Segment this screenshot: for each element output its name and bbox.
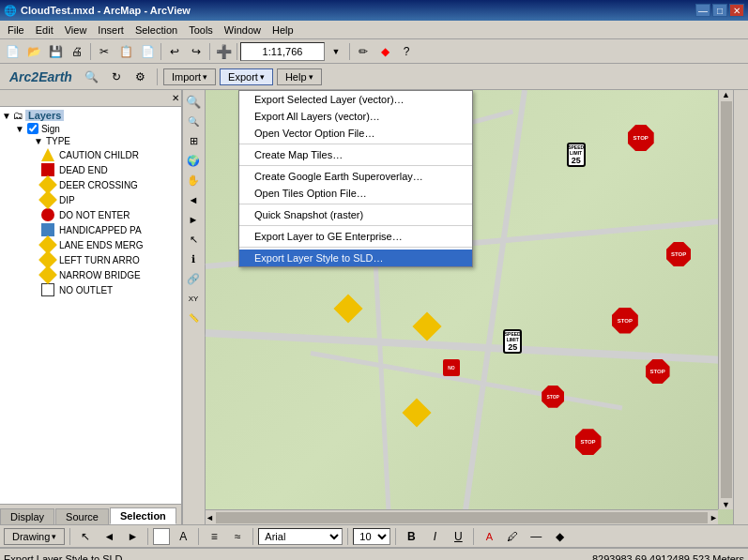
- measure-tool[interactable]: 📏: [184, 309, 203, 327]
- scroll-thumb-v[interactable]: [721, 101, 732, 498]
- italic-button[interactable]: I: [424, 526, 445, 547]
- menu-export-selected-vector[interactable]: Export Selected Layer (vector)…: [239, 91, 472, 108]
- minimize-button[interactable]: —: [695, 4, 710, 17]
- sign-icon-do-not-enter: [41, 208, 54, 221]
- copy-button[interactable]: 📋: [115, 41, 136, 62]
- forward-tool[interactable]: ►: [184, 210, 203, 229]
- menu-tools[interactable]: Tools: [183, 23, 219, 37]
- close-button[interactable]: ✕: [729, 4, 744, 17]
- print-button[interactable]: 🖨: [67, 41, 87, 62]
- redo-button[interactable]: ↪: [186, 41, 206, 62]
- menu-export-all-vector[interactable]: Export All Layers (vector)…: [239, 108, 472, 125]
- menu-quick-snapshot[interactable]: Quick Snapshot (raster): [239, 206, 472, 223]
- editor-button[interactable]: ✏: [353, 41, 374, 62]
- scroll-down-button[interactable]: ▼: [722, 500, 730, 509]
- hyperlink-tool[interactable]: 🔗: [184, 269, 203, 288]
- open-button[interactable]: 📂: [23, 41, 44, 62]
- menu-selection[interactable]: Selection: [130, 23, 183, 37]
- expand-type[interactable]: ▼: [34, 136, 43, 146]
- font-color-button[interactable]: A: [479, 526, 499, 547]
- sign-checkbox[interactable]: [27, 123, 38, 134]
- expand-sign[interactable]: ▼: [15, 124, 24, 134]
- arc2earth-search[interactable]: 🔍: [82, 67, 102, 87]
- pan-tool[interactable]: ✋: [184, 171, 203, 189]
- list-item[interactable]: HANDICAPPED PA: [39, 222, 179, 237]
- import-button[interactable]: Import▾: [163, 68, 216, 85]
- list-item[interactable]: DEER CROSSING: [39, 177, 179, 192]
- map-area[interactable]: 🔍 🔍 ⊞ 🌍 ✋ ◄ ► ↖ ℹ 🔗 XY 📏 STOP STOP STO: [183, 90, 748, 524]
- cut-button[interactable]: ✂: [94, 41, 114, 62]
- zoom-out-tool[interactable]: 🔍: [184, 112, 203, 130]
- menu-help[interactable]: Help: [267, 23, 299, 37]
- save-button[interactable]: 💾: [45, 41, 66, 62]
- select-tool[interactable]: ↖: [184, 230, 203, 249]
- paste-button[interactable]: 📄: [137, 41, 158, 62]
- arc2earth-config[interactable]: ⚙: [130, 67, 151, 87]
- font-size-select[interactable]: 10: [353, 528, 390, 545]
- tab-display[interactable]: Display: [0, 508, 54, 524]
- bold-button[interactable]: B: [401, 526, 421, 547]
- list-item[interactable]: CAUTION CHILDR: [39, 147, 179, 162]
- help-button[interactable]: ?: [396, 41, 417, 62]
- list-item[interactable]: LANE ENDS MERG: [39, 237, 179, 252]
- menu-export-style-sld[interactable]: Export Layer Style to SLD…: [239, 250, 472, 266]
- back-tool[interactable]: ◄: [184, 190, 203, 209]
- tab-selection[interactable]: Selection: [110, 507, 176, 524]
- identify-tool[interactable]: ℹ: [184, 250, 203, 268]
- xy-tool[interactable]: XY: [184, 289, 203, 308]
- list-item[interactable]: NARROW BRIDGE: [39, 267, 179, 282]
- scroll-thumb-h[interactable]: [216, 512, 708, 523]
- list-item[interactable]: DEAD END: [39, 162, 179, 177]
- zoom-extent-tool[interactable]: ⊞: [184, 131, 203, 150]
- list-item[interactable]: DO NOT ENTER: [39, 207, 179, 222]
- menu-create-map-tiles[interactable]: Create Map Tiles…: [239, 146, 472, 163]
- scale-input[interactable]: 1:11,766: [240, 42, 325, 61]
- data-button[interactable]: ◆: [374, 41, 395, 62]
- list-item[interactable]: LEFT TURN ARRO: [39, 252, 179, 267]
- scroll-right-button[interactable]: ►: [710, 513, 718, 522]
- underline-button[interactable]: U: [448, 526, 468, 547]
- zoom-in-tool[interactable]: 🔍: [184, 92, 203, 111]
- menu-open-vector-option[interactable]: Open Vector Option File…: [239, 125, 472, 142]
- menu-view[interactable]: View: [59, 23, 93, 37]
- pointer-tool[interactable]: ↖: [75, 526, 96, 547]
- font-select[interactable]: Arial: [258, 528, 343, 545]
- export-button[interactable]: Export▾: [220, 68, 273, 85]
- fill-color-button[interactable]: ◆: [549, 526, 570, 547]
- menu-window[interactable]: Window: [219, 23, 267, 37]
- line-color-button[interactable]: —: [526, 526, 546, 547]
- maximize-button[interactable]: □: [712, 4, 727, 17]
- menu-open-tiles-option[interactable]: Open Tiles Option File…: [239, 185, 472, 202]
- arc2earth-refresh[interactable]: ↻: [106, 67, 127, 87]
- expand-icon[interactable]: ▼: [2, 111, 11, 121]
- undo-button[interactable]: ↩: [164, 41, 185, 62]
- menu-edit[interactable]: Edit: [30, 23, 59, 37]
- draw-forward[interactable]: ►: [122, 526, 143, 547]
- map-scrollbar-vertical[interactable]: ▲ ▼: [718, 90, 733, 509]
- draw-rect[interactable]: [153, 528, 170, 545]
- menu-create-ge-superoverlay[interactable]: Create Google Earth Superoverlay…: [239, 168, 472, 185]
- menu-insert[interactable]: Insert: [92, 23, 130, 37]
- map-stop-sign6: STOP: [542, 386, 564, 408]
- map-yellow-sign2: [402, 399, 431, 428]
- draw-text[interactable]: A: [173, 526, 193, 547]
- highlight-button[interactable]: 🖊: [502, 526, 523, 547]
- map-scrollbar-horizontal[interactable]: ◄ ►: [206, 509, 718, 524]
- menu-file[interactable]: File: [2, 23, 30, 37]
- help-button[interactable]: Help▾: [277, 68, 322, 85]
- draw-back[interactable]: ◄: [99, 526, 119, 547]
- scale-dropdown[interactable]: ▼: [326, 41, 346, 62]
- draw-more1[interactable]: ≡: [204, 526, 224, 547]
- tab-source[interactable]: Source: [55, 508, 109, 524]
- list-item[interactable]: DIP: [39, 192, 179, 207]
- panel-close-button[interactable]: ✕: [172, 93, 179, 103]
- new-button[interactable]: 📄: [2, 41, 23, 62]
- list-item[interactable]: NO OUTLET: [39, 282, 179, 297]
- drawing-button[interactable]: Drawing ▾: [4, 528, 65, 545]
- draw-more2[interactable]: ≈: [227, 526, 248, 547]
- zoom-layer-tool[interactable]: 🌍: [184, 151, 203, 170]
- menu-export-ge-enterprise[interactable]: Export Layer to GE Enterprise…: [239, 228, 472, 245]
- scroll-up-button[interactable]: ▲: [722, 90, 730, 99]
- add-data-button[interactable]: ➕: [213, 41, 234, 62]
- scroll-left-button[interactable]: ◄: [206, 513, 214, 522]
